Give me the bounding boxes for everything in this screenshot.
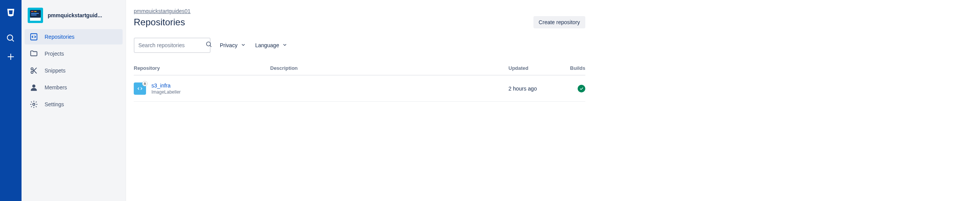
sidebar-item-repositories[interactable]: Repositories (25, 29, 123, 44)
lock-icon (142, 81, 148, 86)
create-icon[interactable] (3, 49, 18, 64)
repo-project: ImageLabeller (151, 89, 181, 95)
main-content: pmmquickstartguides01 Repositories Creat… (126, 0, 980, 201)
repo-updated: 2 hours ago (508, 86, 562, 92)
svg-rect-20 (144, 83, 146, 84)
repositories-table: Repository Description Updated Builds (134, 65, 585, 102)
table-header: Repository Description Updated Builds (134, 65, 585, 76)
repo-name-link[interactable]: s3_infra (151, 82, 181, 89)
svg-rect-10 (30, 18, 41, 21)
header-description: Description (270, 65, 508, 71)
sidebar-item-members[interactable]: Members (25, 80, 123, 95)
build-success-icon[interactable] (578, 85, 585, 92)
svg-line-1 (12, 40, 14, 41)
create-repository-button[interactable]: Create repository (533, 16, 585, 28)
repo-avatar (134, 82, 146, 95)
sidebar-item-label: Members (45, 84, 67, 91)
svg-point-17 (33, 103, 35, 105)
sidebar-item-snippets[interactable]: Snippets (25, 63, 123, 78)
filters-bar: Privacy Language (134, 38, 585, 53)
header-updated[interactable]: Updated (508, 65, 562, 71)
svg-rect-7 (34, 11, 37, 12)
breadcrumb[interactable]: pmmquickstartguides01 (134, 8, 191, 14)
svg-rect-9 (31, 15, 37, 15)
sidebar: pmmquickstartguid... Repositories Projec… (22, 0, 126, 201)
sidebar-item-label: Repositories (45, 34, 75, 40)
sidebar-item-projects[interactable]: Projects (25, 46, 123, 61)
language-filter[interactable]: Language (255, 42, 287, 49)
search-repositories-input-wrapper[interactable] (134, 38, 211, 53)
sidebar-item-settings[interactable]: Settings (25, 97, 123, 112)
page-title: Repositories (134, 17, 191, 28)
svg-point-0 (7, 35, 13, 40)
filter-label: Privacy (220, 42, 238, 48)
privacy-filter[interactable]: Privacy (220, 42, 246, 49)
workspace-avatar (28, 8, 43, 23)
filter-label: Language (255, 42, 279, 48)
svg-rect-8 (31, 13, 39, 14)
header-builds: Builds (562, 65, 585, 71)
svg-line-19 (210, 45, 211, 47)
workspace-header[interactable]: pmmquickstartguid... (25, 6, 123, 29)
chevron-down-icon (282, 42, 287, 49)
global-rail (0, 0, 22, 201)
sidebar-item-label: Settings (45, 101, 64, 107)
svg-point-16 (32, 85, 35, 87)
bitbucket-logo[interactable] (3, 5, 18, 20)
code-icon (29, 32, 38, 41)
search-icon[interactable] (3, 31, 18, 46)
search-input[interactable] (138, 42, 206, 48)
workspace-name: pmmquickstartguid... (48, 12, 102, 18)
scissors-icon (29, 66, 38, 75)
table-row[interactable]: s3_infra ImageLabeller 2 hours ago (134, 76, 585, 102)
header-repository: Repository (134, 65, 270, 71)
sidebar-item-label: Projects (45, 51, 64, 57)
sidebar-item-label: Snippets (45, 68, 65, 74)
svg-point-18 (206, 42, 211, 46)
folder-icon (29, 49, 38, 58)
svg-rect-6 (31, 11, 33, 12)
search-icon (206, 41, 213, 49)
gear-icon (29, 100, 38, 109)
person-icon (29, 83, 38, 92)
chevron-down-icon (241, 42, 246, 49)
